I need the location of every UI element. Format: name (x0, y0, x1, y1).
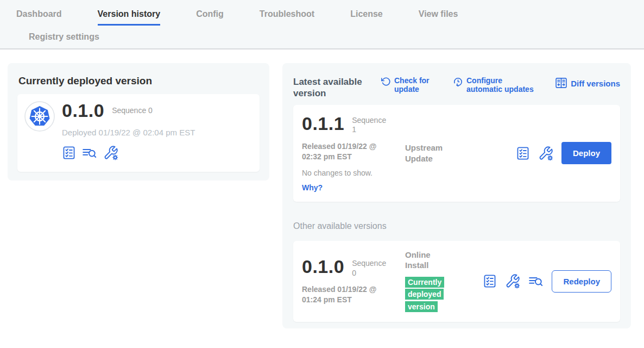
other-version-row: 0.1.0 Sequence 0 Released 01/19/22 @ 01:… (293, 241, 620, 322)
refresh-icon (381, 76, 391, 88)
primary-tabs: Dashboard Version history Config Trouble… (0, 0, 644, 26)
schedule-update-icon (453, 76, 463, 89)
deployed-version-box: 0.1.0 Sequence 0 Deployed 01/19/22 @ 02:… (17, 94, 260, 172)
no-changes-text: No changes to show. (302, 169, 405, 177)
other-version-info: 0.1.0 Sequence 0 Released 01/19/22 @ 01:… (302, 257, 405, 305)
diff-versions-label: Diff versions (571, 79, 620, 88)
current-version-number: 0.1.0 (62, 101, 104, 120)
check-for-update-link[interactable]: Check for update (381, 76, 435, 94)
tab-registry-settings[interactable]: Registry settings (29, 32, 99, 42)
release-notes-icon[interactable] (528, 274, 544, 288)
latest-available-title: Latest available version (293, 76, 369, 100)
current-card-title: Currently deployed version (18, 75, 260, 87)
kubernetes-app-icon (24, 101, 55, 134)
other-version-source: Online Install Currently deployed versio… (405, 250, 468, 313)
other-version-number: 0.1.0 (302, 257, 344, 276)
tab-view-files[interactable]: View files (419, 9, 458, 26)
version-history-page: Currently deployed version (0, 49, 644, 345)
deployed-version-info: 0.1.0 Sequence 0 Deployed 01/19/22 @ 02:… (62, 101, 195, 160)
tab-license[interactable]: License (350, 9, 383, 26)
secondary-tabs: Registry settings (0, 26, 644, 48)
preflight-checks-icon[interactable] (483, 274, 497, 288)
diff-versions-link[interactable]: Diff versions (555, 76, 620, 91)
deploy-button[interactable]: Deploy (561, 142, 611, 164)
check-for-update-label: Check for update (394, 76, 435, 94)
latest-version-source: Upstream Update (405, 142, 468, 164)
available-versions-header: Latest available version Check for updat… (293, 76, 620, 100)
release-notes-icon[interactable] (82, 146, 97, 160)
latest-version-row: 0.1.1 Sequence 1 Released 01/19/22 @ 02:… (293, 105, 620, 202)
deployed-timestamp: Deployed 01/19/22 @ 02:04 pm EST (62, 128, 195, 137)
tab-config[interactable]: Config (196, 9, 224, 26)
redeploy-button[interactable]: Redeploy (552, 270, 611, 293)
currently-deployed-badge-text: Currently deployed version (405, 277, 444, 312)
available-versions-card: Latest available version Check for updat… (282, 63, 631, 328)
edit-config-icon[interactable] (538, 146, 553, 161)
latest-version-number: 0.1.1 (302, 114, 344, 133)
currently-deployed-card: Currently deployed version (8, 63, 269, 181)
other-version-actions: Redeploy (483, 270, 611, 293)
latest-version-actions: Deploy (516, 142, 611, 164)
preflight-checks-icon[interactable] (516, 146, 530, 160)
configure-automatic-updates-label: Configure automatic updates (466, 76, 535, 94)
diff-icon (555, 76, 567, 91)
why-link[interactable]: Why? (302, 183, 324, 192)
current-version-sequence: Sequence 0 (112, 106, 153, 115)
other-released-timestamp: Released 01/19/22 @ 01:24 pm EST (302, 284, 384, 305)
other-versions-heading: Other available versions (293, 221, 620, 231)
tab-dashboard[interactable]: Dashboard (16, 9, 62, 26)
preflight-checks-icon[interactable] (62, 146, 76, 160)
edit-config-icon[interactable] (505, 274, 520, 289)
latest-version-sequence: Sequence 1 (352, 116, 390, 135)
tab-troubleshoot[interactable]: Troubleshoot (260, 9, 314, 26)
configure-automatic-updates-link[interactable]: Configure automatic updates (453, 76, 535, 94)
online-install-label: Online Install (405, 250, 449, 271)
current-version-actions (62, 145, 195, 160)
top-nav: Dashboard Version history Config Trouble… (0, 0, 644, 49)
tab-version-history[interactable]: Version history (98, 9, 161, 26)
edit-config-icon[interactable] (103, 145, 118, 160)
latest-version-info: 0.1.1 Sequence 1 Released 01/19/22 @ 02:… (302, 114, 405, 192)
currently-deployed-badge: Currently deployed version (405, 276, 450, 313)
latest-released-timestamp: Released 01/19/22 @ 02:32 pm EST (302, 141, 384, 162)
other-version-sequence: Sequence 0 (352, 259, 390, 278)
upstream-update-label: Upstream Update (405, 142, 449, 164)
